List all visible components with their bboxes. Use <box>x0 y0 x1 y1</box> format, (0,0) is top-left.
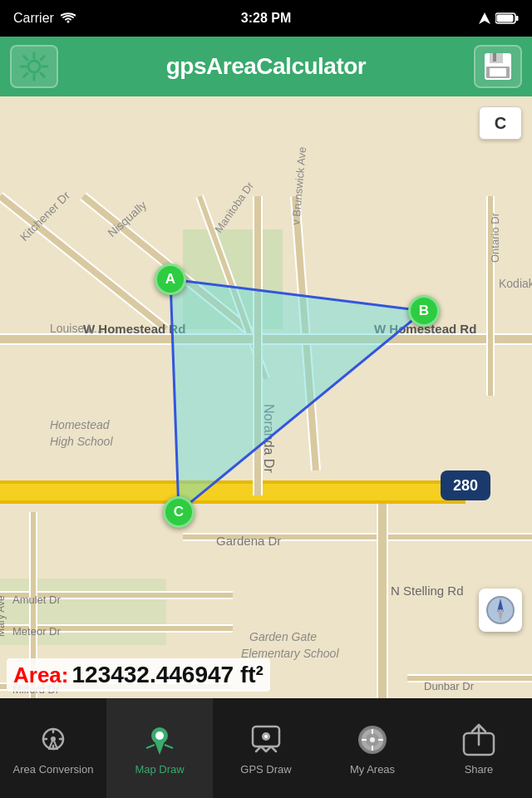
location-icon <box>479 12 490 24</box>
clear-button[interactable]: C <box>479 106 522 140</box>
svg-point-4 <box>28 61 40 72</box>
save-button[interactable] <box>474 45 522 88</box>
svg-point-109 <box>370 737 375 742</box>
svg-rect-17 <box>490 68 506 76</box>
carrier-label: Carrier <box>13 11 54 26</box>
status-left: Carrier <box>13 11 76 26</box>
svg-line-11 <box>41 57 44 60</box>
svg-point-105 <box>264 735 268 738</box>
share-icon-svg <box>462 723 495 756</box>
save-icon <box>481 50 515 83</box>
svg-text:Homestead: Homestead <box>50 418 111 431</box>
svg-line-101 <box>146 745 155 748</box>
svg-text:Gardena Dr: Gardena Dr <box>216 534 281 548</box>
svg-rect-2 <box>516 16 519 21</box>
compass-draw-icon <box>37 724 69 756</box>
tab-my-areas-label: My Areas <box>350 763 395 776</box>
svg-marker-0 <box>479 12 490 24</box>
tab-map-draw-label: Map Draw <box>135 763 184 776</box>
area-value: 123432.446947 ft² <box>71 662 263 688</box>
tab-bar: Area Conversion Map Draw GPS Draw <box>0 698 532 798</box>
svg-rect-15 <box>493 53 496 62</box>
tab-gps-draw-label: GPS Draw <box>240 763 291 776</box>
svg-text:Louise L...: Louise L... <box>50 322 104 335</box>
gps-draw-icon <box>248 722 284 758</box>
map-container[interactable]: 280 <box>0 96 532 698</box>
map-point-b[interactable]: B <box>408 295 440 327</box>
app-title: gpsAreaCalculator <box>166 53 366 80</box>
svg-text:Garden Gate: Garden Gate <box>249 630 317 643</box>
svg-point-99 <box>155 732 164 740</box>
svg-rect-23 <box>0 500 466 504</box>
share-icon <box>461 722 497 758</box>
gps-icon <box>249 723 283 756</box>
status-time: 3:28 PM <box>241 11 291 26</box>
svg-marker-100 <box>155 741 165 755</box>
svg-text:Amulet Dr: Amulet Dr <box>12 594 61 606</box>
navigation-icon[interactable] <box>479 589 522 632</box>
status-right <box>479 12 519 24</box>
map-pin-icon <box>143 723 176 756</box>
tab-share-label: Share <box>465 763 494 776</box>
svg-line-10 <box>41 73 44 76</box>
map-point-c[interactable]: C <box>163 496 195 528</box>
svg-line-102 <box>165 745 173 748</box>
tab-area-conversion[interactable]: Area Conversion <box>0 698 106 798</box>
map-point-a[interactable]: A <box>155 264 186 295</box>
app-header: gpsAreaCalculator <box>0 37 532 96</box>
areas-icon <box>356 723 389 756</box>
tab-my-areas[interactable]: My Areas <box>319 698 426 798</box>
svg-text:Kodiak: Kodiak <box>499 277 532 290</box>
my-areas-icon <box>354 722 391 758</box>
svg-text:280: 280 <box>453 477 478 494</box>
svg-text:Dunbar Dr: Dunbar Dr <box>424 680 475 692</box>
battery-icon <box>495 12 519 24</box>
svg-text:Noranda Dr: Noranda Dr <box>262 404 276 473</box>
svg-text:Meteor Dr: Meteor Dr <box>12 625 61 638</box>
tab-share[interactable]: Share <box>426 698 532 798</box>
svg-rect-3 <box>497 15 514 22</box>
svg-line-12 <box>24 73 27 76</box>
status-bar: Carrier 3:28 PM <box>0 0 532 37</box>
map-draw-icon <box>141 722 178 758</box>
settings-button[interactable] <box>10 45 58 88</box>
svg-rect-22 <box>0 480 466 484</box>
tab-gps-draw[interactable]: GPS Draw <box>213 698 319 798</box>
area-display: Area: 123432.446947 ft² <box>7 658 270 692</box>
svg-text:Ontario Dr: Ontario Dr <box>489 212 501 263</box>
area-label: Area: <box>13 663 68 688</box>
gear-icon <box>17 50 51 83</box>
map-background: 280 <box>0 96 532 698</box>
clear-button-label: C <box>495 114 506 133</box>
area-conversion-icon <box>35 722 71 758</box>
tab-map-draw[interactable]: Map Draw <box>106 698 213 798</box>
svg-text:Mary Ave: Mary Ave <box>0 595 7 637</box>
svg-text:N Stelling Rd: N Stelling Rd <box>391 584 464 598</box>
wifi-icon <box>61 12 76 24</box>
svg-line-9 <box>24 57 27 60</box>
svg-text:High School: High School <box>50 435 113 448</box>
tab-area-conversion-label: Area Conversion <box>13 763 94 776</box>
svg-rect-21 <box>0 480 466 504</box>
compass-icon <box>485 595 515 625</box>
